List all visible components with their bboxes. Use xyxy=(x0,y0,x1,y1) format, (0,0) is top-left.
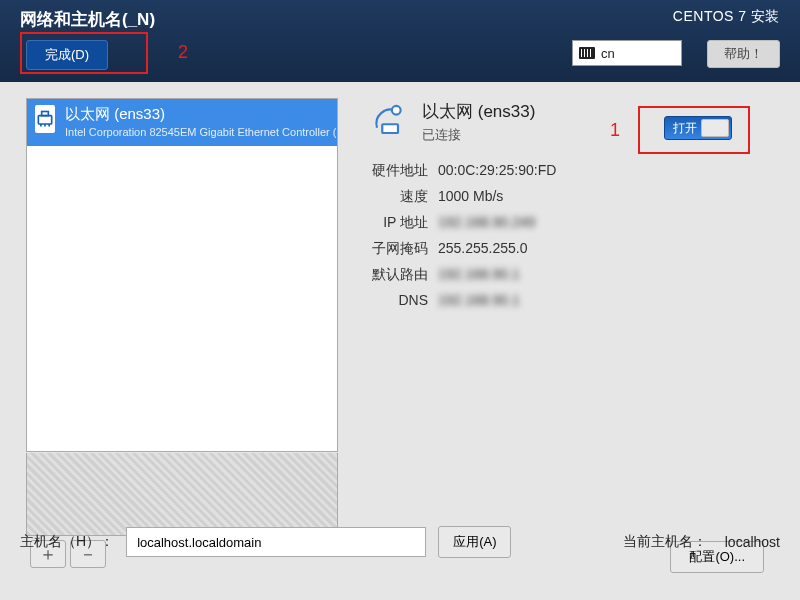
connection-info-table: 硬件地址 00:0C:29:25:90:FD 速度 1000 Mb/s IP 地… xyxy=(358,162,770,308)
apply-hostname-button[interactable]: 应用(A) xyxy=(438,526,511,558)
installer-title: CENTOS 7 安装 xyxy=(673,8,780,26)
speed-value: 1000 Mb/s xyxy=(438,188,503,206)
hostname-input[interactable] xyxy=(126,527,426,557)
installer-header: 网络和主机名(_N) 完成(D) 2 CENTOS 7 安装 cn 帮助！ xyxy=(0,0,800,82)
row-default-gateway: 默认路由 192.168.90.1 xyxy=(358,266,770,284)
help-button[interactable]: 帮助！ xyxy=(707,40,780,68)
hostname-label: 主机名（H）： xyxy=(20,533,114,551)
row-subnet-mask: 子网掩码 255.255.255.0 xyxy=(358,240,770,258)
detail-status: 已连接 xyxy=(422,126,535,144)
annotation-box-2 xyxy=(20,32,148,74)
device-list-footer xyxy=(26,453,338,536)
device-name: 以太网 (ens33) xyxy=(65,105,336,124)
svg-rect-1 xyxy=(42,112,49,116)
device-list-text: 以太网 (ens33) Intel Corporation 82545EM Gi… xyxy=(65,105,336,138)
hw-value: 00:0C:29:25:90:FD xyxy=(438,162,556,180)
ip-value: 192.168.90.249 xyxy=(438,214,535,232)
speed-label: 速度 xyxy=(358,188,428,206)
device-list-item[interactable]: 以太网 (ens33) Intel Corporation 82545EM Gi… xyxy=(27,99,337,146)
mask-value: 255.255.255.0 xyxy=(438,240,528,258)
current-hostname-label: 当前主机名： xyxy=(623,533,707,551)
device-description: Intel Corporation 82545EM Gigabit Ethern… xyxy=(65,126,336,138)
device-list[interactable]: 以太网 (ens33) Intel Corporation 82545EM Gi… xyxy=(26,98,338,452)
keyboard-layout-text: cn xyxy=(601,46,615,61)
hostname-row: 主机名（H）： 应用(A) 当前主机名： localhost xyxy=(20,526,780,558)
row-speed: 速度 1000 Mb/s xyxy=(358,188,770,206)
svg-rect-0 xyxy=(38,116,51,124)
device-detail-panel: 以太网 (ens33) 已连接 打开 1 硬件地址 00:0C:29:25:90… xyxy=(370,98,770,316)
gw-label: 默认路由 xyxy=(358,266,428,284)
ethernet-icon xyxy=(35,105,55,133)
row-hardware-address: 硬件地址 00:0C:29:25:90:FD xyxy=(358,162,770,180)
spoke-title: 网络和主机名(_N) xyxy=(20,8,155,31)
svg-point-5 xyxy=(392,106,401,115)
ip-label: IP 地址 xyxy=(358,214,428,232)
current-hostname-value: localhost xyxy=(725,534,780,550)
dns-value: 192.168.90.1 xyxy=(438,292,520,308)
annotation-label-2: 2 xyxy=(178,42,188,63)
row-dns: DNS 192.168.90.1 xyxy=(358,292,770,308)
hw-label: 硬件地址 xyxy=(358,162,428,180)
mask-label: 子网掩码 xyxy=(358,240,428,258)
dns-label: DNS xyxy=(358,292,428,308)
row-ip-address: IP 地址 192.168.90.249 xyxy=(358,214,770,232)
gw-value: 192.168.90.1 xyxy=(438,266,520,284)
svg-rect-6 xyxy=(382,124,398,133)
keyboard-icon xyxy=(579,47,595,59)
detail-device-name: 以太网 (ens33) xyxy=(422,100,535,123)
ethernet-large-icon xyxy=(370,98,412,140)
main-content: 以太网 (ens33) Intel Corporation 82545EM Gi… xyxy=(0,82,800,98)
annotation-label-1: 1 xyxy=(610,120,620,141)
keyboard-layout-indicator[interactable]: cn xyxy=(572,40,682,66)
annotation-box-1 xyxy=(638,106,750,154)
